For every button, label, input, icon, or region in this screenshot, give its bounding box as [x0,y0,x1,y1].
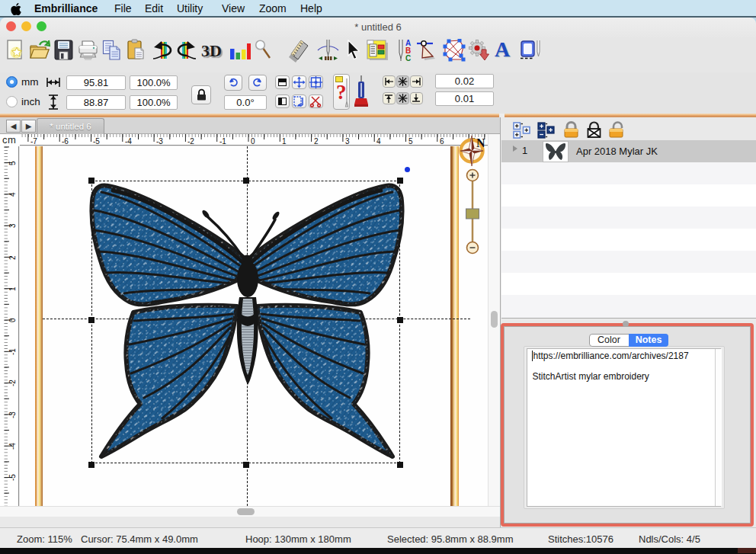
svg-text:3: 3 [345,137,350,146]
svg-text:4: 4 [8,192,17,197]
svg-text:-2: -2 [8,379,17,386]
svg-text:6: 6 [440,137,444,146]
svg-text:0: 0 [251,137,255,146]
svg-text:3: 3 [8,223,17,228]
svg-text:1: 1 [8,287,17,291]
svg-text:-1: -1 [219,137,226,146]
svg-text:-5: -5 [93,137,100,146]
svg-text:N: N [476,136,485,149]
svg-text:-4: -4 [125,137,132,146]
svg-text:1: 1 [282,137,287,146]
svg-text:-6: -6 [62,137,69,146]
svg-text:-3: -3 [8,411,17,418]
svg-text:5: 5 [408,137,413,146]
svg-text:0: 0 [8,318,17,322]
svg-text:-5: -5 [8,474,17,481]
svg-text:-7: -7 [30,137,37,146]
svg-text:-4: -4 [8,443,17,450]
svg-text:2: 2 [314,137,319,146]
svg-text:-2: -2 [187,137,194,146]
svg-text:-1: -1 [8,348,17,355]
svg-text:-3: -3 [156,137,163,146]
svg-text:C: C [405,54,411,62]
svg-text:4: 4 [376,137,381,146]
svg-text:5: 5 [8,161,17,165]
svg-text:2: 2 [8,255,17,260]
